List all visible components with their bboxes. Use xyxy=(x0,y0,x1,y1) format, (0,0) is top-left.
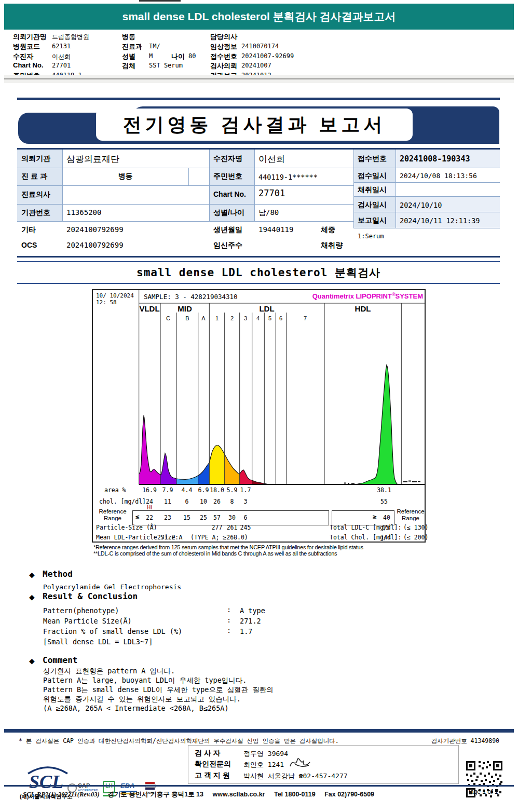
info-b-label-4: 생년월일 xyxy=(213,225,242,235)
subband-1: 1 xyxy=(212,315,222,321)
patient-specimen-value: SST Serum xyxy=(149,62,183,69)
patient-left-value-1: 62131 xyxy=(52,43,71,50)
scl-logo-mark: SCL xyxy=(22,765,74,792)
particle-size-label: Particle-Size (Å) xyxy=(96,524,157,531)
ref-label-right-2: Range xyxy=(396,515,426,521)
info-a-label-3: 기관번호 xyxy=(21,208,50,218)
ref-midc: 23 xyxy=(158,514,177,521)
curve-vldl-fill xyxy=(139,415,160,484)
info-b-label-5: 임신주수 xyxy=(213,241,242,250)
device-brand: Quantimetrix LIPOPRINT®SYSTEM xyxy=(268,292,423,300)
result-row-value-1: 271.2 xyxy=(240,617,261,625)
subband-a: A xyxy=(198,315,209,321)
chart-footnote-1: *Reference ranges derived from 125 serum… xyxy=(93,544,363,550)
total-ldl-value: 65 xyxy=(378,524,393,531)
patient-right-label-0: 담당의사 xyxy=(210,32,237,42)
patient-header: 의뢰기관명 드림종합병원 병원코드 62131 수진자 이선희 Chart No… xyxy=(0,30,518,77)
method-body: Polyacrylamide Gel Electrophoresis xyxy=(43,583,181,591)
info-a-value-3: 11365200 xyxy=(66,208,101,216)
subband-2: 2 xyxy=(227,315,237,321)
patient-left-label-3: Chart No. xyxy=(13,61,44,69)
result-row-label-2: Fraction % of small dense LDL (%) xyxy=(43,627,182,635)
banner-top-rule xyxy=(17,98,500,100)
info-c-label-2: 채취일시 xyxy=(358,185,387,195)
info-b-value-2: 27701 xyxy=(258,188,285,198)
reviewer-signature-icon xyxy=(288,756,312,769)
info-b-value-4: 19440119 xyxy=(258,225,293,234)
curve-mida-fill xyxy=(198,463,210,484)
form-number: SCL-RP2(1)-202211(Rev.03) xyxy=(23,791,100,798)
report-title-bar: small dense LDL cholesterol 분획검사 검사결과보고서 xyxy=(4,4,514,30)
ref-label-left-1: Reference xyxy=(96,508,129,515)
ref-prefix: ≤ xyxy=(135,513,140,521)
area-vldl: 16.9 xyxy=(139,486,160,494)
examiner-label: 검 사 자 xyxy=(195,749,221,758)
comment-heading: Comment xyxy=(43,655,77,665)
total-chol-value: 144 xyxy=(377,534,394,541)
result-bullet-icon: ◆ xyxy=(29,593,35,601)
chol-hdl: 55 xyxy=(374,498,394,505)
band-label-ldl: LDL xyxy=(251,304,282,313)
support-value: 박사현 서울강남 ☎02-457-4277 xyxy=(243,772,348,781)
patient-age-value: 80 xyxy=(188,52,196,60)
info-a-label-4: 기타 xyxy=(21,225,36,235)
curve-ldl3-fill xyxy=(240,470,252,484)
info-b-value-3: 남/80 xyxy=(258,208,279,218)
patient-left-label-0: 의뢰기관명 xyxy=(13,32,47,42)
reviewer-value: 최인호 1241 xyxy=(243,760,284,769)
subband-c: C xyxy=(163,315,173,321)
chol-hi-flag: Hi xyxy=(141,505,158,510)
area-hdl: 38.1 xyxy=(374,486,394,494)
info-c-label-3: 검사일시 xyxy=(358,200,387,210)
info-b-extra-5: 채취량 xyxy=(321,241,343,250)
accreditation-disclaimer: * 본 검사실은 CAP 인증과 대한진단검사의학회/진단검사의학재단의 우수검… xyxy=(19,737,339,745)
area-ldl3: 1.7 xyxy=(235,486,256,494)
lab-fax: Fax 02)790-6509 xyxy=(324,791,374,798)
mean-particle-type: (TYPE A; ≥268.0) xyxy=(190,534,248,541)
section-title: small dense LDL cholesterol 분획검사 xyxy=(17,265,500,280)
info-a-label-0: 의뢰기관 xyxy=(21,154,50,164)
info-a-value-5: 2024100792699 xyxy=(66,241,124,249)
patient-left-label-2: 수진자 xyxy=(13,52,33,61)
footer-top-bar xyxy=(4,729,514,733)
subband-7: 7 xyxy=(300,315,310,321)
result-row-value-2: 1.7 xyxy=(240,627,252,635)
patient-left-label-1: 병원코드 xyxy=(13,42,40,51)
result-heading: Result & Conclusion xyxy=(43,591,138,601)
patient-right-value-1: 2410070174 xyxy=(241,43,279,50)
patient-sex-label: 성별 xyxy=(122,52,135,61)
examiner-value: 정두영 39694 xyxy=(243,749,288,759)
info-a-value-0: 삼광의료재단 xyxy=(66,153,119,165)
result-row-label-0: Pattern(phenotype) xyxy=(43,606,119,615)
lab-website: www.scllab.co.kr xyxy=(213,791,265,798)
comment-line-4: (A ≥268A, 265A < Intermediate <268A, B≤2… xyxy=(43,704,229,712)
subband-3: 3 xyxy=(240,315,251,321)
patient-dept-value: IM/ xyxy=(149,43,160,50)
subband-4: 4 xyxy=(253,315,263,321)
ref-hdl-prefix: ≥ xyxy=(373,513,377,521)
section-rule-top xyxy=(17,261,500,262)
info-a-label-2: 진료의사 xyxy=(21,190,50,199)
row-label-area: area % xyxy=(104,486,126,494)
info-a-label-5: OCS xyxy=(21,241,37,249)
footer-info-line: SCL-RP2(1)-202211(Rev.03) 경기도 용인시 기흥구 흥덕… xyxy=(23,790,374,799)
result-row-value-0: A type xyxy=(240,606,265,615)
result-row-sep-1: : xyxy=(227,616,231,624)
info-c-value-0: 20241008-190343 xyxy=(400,154,470,164)
info-c-value-3: 2024/10/10 xyxy=(400,201,442,209)
info-c-value-4: 2024/10/11 12:11:39 xyxy=(400,216,480,225)
comment-line-1: Pattern A는 large, buoyant LDL이 우세한 type입… xyxy=(43,676,247,685)
comment-line-3: 위험도를 증가시킬 수 있는 위험인자로 보고되고 있습니다. xyxy=(43,695,241,704)
chart-footnote-2: **LDL-C is comprised of the sum of chole… xyxy=(93,550,337,557)
ref-midb: 15 xyxy=(178,514,196,521)
banner-title: 전기영동 검사결과 보고서 xyxy=(96,109,413,141)
chart-sample-id: SAMPLE: 3 - 428219034310 xyxy=(144,293,238,301)
report-title: small dense LDL cholesterol 분획검사 검사결과보고서 xyxy=(4,4,514,30)
report-page: small dense LDL cholesterol 분획검사 검사결과보고서… xyxy=(0,0,518,812)
band-label-mid: MID xyxy=(169,304,200,313)
chol-midc: 11 xyxy=(157,498,178,505)
subband-b: B xyxy=(182,315,193,321)
patient-left-value-0: 드림종합병원 xyxy=(52,33,89,42)
info-c-label-1: 접수일시 xyxy=(358,171,387,181)
ref-label-left-2: Range xyxy=(96,515,129,521)
